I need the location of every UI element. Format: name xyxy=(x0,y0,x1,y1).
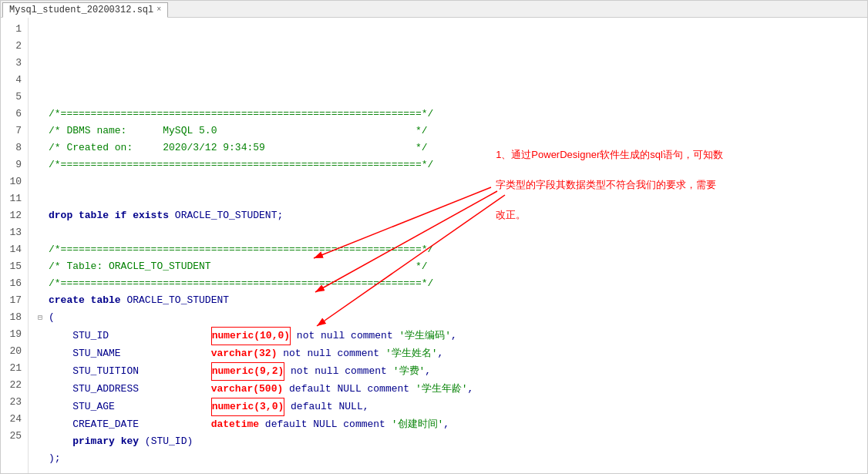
sql-plain: ORACLE_TO_STUDENT; xyxy=(169,207,283,224)
sql-identifier: STU_TUITION xyxy=(49,363,211,380)
sql-type: varchar(32) xyxy=(211,345,278,362)
code-line-14: STU_ID numeric(10,0) not null comment '学… xyxy=(38,327,858,345)
sql-comment: /* Created on: 2020/3/12 9:34:59 */ xyxy=(49,140,427,156)
code-line-2: /* DBMS name: MySQL 5.0 */ xyxy=(38,123,858,140)
code-line-15: STU_NAME varchar(32) not null comment '学… xyxy=(38,345,858,362)
sql-plain: , xyxy=(425,363,431,380)
sql-comment: /*======================================… xyxy=(49,156,433,173)
sql-identifier: STU_ADDRESS xyxy=(49,381,211,398)
tab-close-button[interactable]: × xyxy=(156,5,161,14)
code-line-3: /* Created on: 2020/3/12 9:34:59 */ xyxy=(38,140,858,156)
sql-type: varchar(500) xyxy=(211,381,284,398)
sql-plain: default NULL comment xyxy=(259,416,392,433)
code-line-7: drop table if exists ORACLE_TO_STUDENT; xyxy=(38,207,858,224)
code-line-12: create table ORACLE_TO_STUDENT xyxy=(38,292,858,309)
sql-plain: , xyxy=(438,345,444,362)
code-line-10: /* Table: ORACLE_TO_STUDENT */ xyxy=(38,258,858,275)
code-line-22 xyxy=(38,467,858,473)
sql-type: datetime xyxy=(211,416,259,433)
code-line-1: /*======================================… xyxy=(38,106,858,123)
sql-type-highlight: numeric(3,0) xyxy=(211,398,285,416)
code-line-21: ); xyxy=(38,450,858,467)
sql-identifier: STU_AGE xyxy=(49,398,211,415)
code-line-18: STU_AGE numeric(3,0) default NULL, xyxy=(38,398,858,416)
sql-string: '创建时间' xyxy=(392,416,444,433)
sql-plain: not null comment xyxy=(284,363,392,380)
sql-string: '学生姓名' xyxy=(385,345,438,362)
code-line-4: /*======================================… xyxy=(38,156,858,173)
sql-identifier xyxy=(49,433,72,450)
sql-string: '学生年龄' xyxy=(415,381,468,398)
sql-plain: , xyxy=(443,416,449,433)
code-line-5 xyxy=(38,173,858,190)
sql-comment: /* Table: ORACLE_TO_STUDENT */ xyxy=(49,258,427,275)
tab-bar: Mysql_student_20200312.sql × xyxy=(1,1,867,18)
code-line-19: CREATE_DATE datetime default NULL commen… xyxy=(38,416,858,433)
code-line-6 xyxy=(38,190,858,207)
code-line-20: primary key (STU_ID) xyxy=(38,433,858,450)
sql-keyword: drop table if exists xyxy=(49,207,169,224)
code-area: 1234567891011121314151617181920212223242… xyxy=(1,18,867,473)
sql-plain: not null comment xyxy=(291,328,399,345)
code-line-9: /*======================================… xyxy=(38,241,858,258)
sql-plain: ); xyxy=(49,450,61,467)
sql-plain: ( xyxy=(49,309,55,326)
sql-keyword: primary key xyxy=(72,433,139,450)
sql-plain: ORACLE_TO_STUDENT xyxy=(121,292,229,309)
sql-identifier: CREATE_DATE xyxy=(49,416,211,433)
editor-window: Mysql_student_20200312.sql × 12345678910… xyxy=(0,0,868,474)
sql-comment: /*======================================… xyxy=(49,106,433,123)
sql-comment: /*======================================… xyxy=(49,275,433,292)
code-line-16: STU_TUITION numeric(9,2) not null commen… xyxy=(38,362,858,381)
code-line-13: ⊟( xyxy=(38,309,858,327)
code-content[interactable]: /*======================================… xyxy=(29,18,867,473)
sql-plain: default NULL, xyxy=(284,398,368,415)
fold-icon[interactable]: ⊟ xyxy=(38,310,49,327)
file-tab[interactable]: Mysql_student_20200312.sql × xyxy=(2,2,168,18)
sql-string: '学生编码' xyxy=(399,328,452,345)
line-numbers: 1234567891011121314151617181920212223242… xyxy=(1,18,29,473)
code-line-8 xyxy=(38,224,858,241)
sql-identifier: STU_ID xyxy=(49,328,211,345)
sql-comment: /*======================================… xyxy=(49,241,433,258)
sql-keyword: create table xyxy=(49,292,121,309)
sql-plain: , xyxy=(468,381,474,398)
sql-plain: not null comment xyxy=(277,345,385,362)
sql-plain: , xyxy=(451,328,457,345)
code-line-17: STU_ADDRESS varchar(500) default NULL co… xyxy=(38,381,858,398)
sql-comment: /* DBMS name: MySQL 5.0 */ xyxy=(49,123,427,140)
sql-type-highlight: numeric(10,0) xyxy=(211,327,291,345)
sql-type-highlight: numeric(9,2) xyxy=(211,362,285,381)
sql-identifier: STU_NAME xyxy=(49,345,211,362)
code-line-11: /*======================================… xyxy=(38,275,858,292)
sql-string: '学费' xyxy=(393,363,426,380)
sql-plain: (STU_ID) xyxy=(139,433,193,450)
sql-plain: default NULL comment xyxy=(283,381,415,398)
tab-filename: Mysql_student_20200312.sql xyxy=(9,5,153,15)
